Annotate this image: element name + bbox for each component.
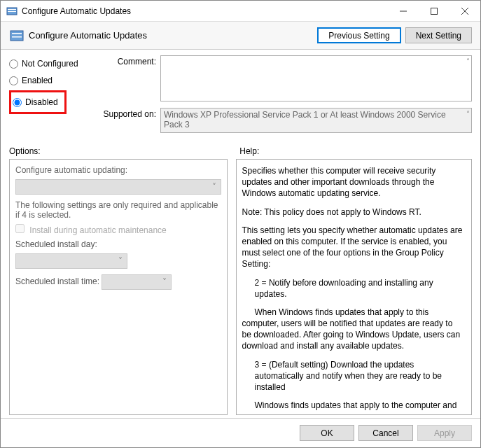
header: Configure Automatic Updates Previous Set…: [1, 22, 480, 50]
options-heading: Configure automatic updating:: [15, 165, 221, 175]
help-paragraph: This setting lets you specify whether au…: [242, 225, 463, 270]
minimize-button[interactable]: [388, 1, 419, 22]
dialog-window: Configure Automatic Updates Configure Au…: [0, 0, 481, 448]
help-paragraph: Windows finds updates that apply to the …: [255, 400, 463, 411]
radio-label: Not Configured: [22, 59, 78, 69]
supported-label: Supported on:: [93, 108, 156, 135]
time-label: Scheduled install time:: [15, 276, 99, 286]
svg-rect-9: [12, 36, 22, 38]
maintenance-checkbox-row: Install during automatic maintenance: [15, 224, 221, 235]
radio-not-configured-input[interactable]: [9, 59, 18, 69]
day-select: ˅: [15, 253, 127, 269]
policy-icon: [9, 28, 25, 43]
radio-disabled[interactable]: Disabled: [13, 94, 60, 111]
svg-rect-1: [8, 9, 16, 10]
footer: OK Cancel Apply: [1, 418, 480, 447]
help-paragraph: When Windows finds updates that apply to…: [242, 307, 461, 351]
help-paragraph: Specifies whether this computer will rec…: [242, 165, 463, 200]
policy-icon: [6, 6, 18, 17]
radio-disabled-input[interactable]: [13, 98, 22, 107]
svg-rect-2: [8, 11, 16, 12]
svg-rect-7: [11, 31, 23, 41]
previous-setting-button[interactable]: Previous Setting: [317, 27, 400, 43]
maintenance-checkbox: [15, 224, 25, 233]
close-button[interactable]: [449, 1, 480, 22]
help-paragraph: Note: This policy does not apply to Wind…: [242, 206, 463, 218]
help-pane[interactable]: Specifies whether this computer will rec…: [236, 159, 472, 415]
radio-label: Enabled: [22, 76, 53, 85]
header-title: Configure Automatic Updates: [29, 30, 313, 41]
apply-button[interactable]: Apply: [417, 425, 472, 441]
svg-rect-8: [12, 33, 22, 34]
scroll-up-icon: ˄: [466, 57, 470, 65]
window-title: Configure Automatic Updates: [22, 6, 388, 16]
update-mode-select: ˅: [15, 179, 221, 195]
cancel-button[interactable]: Cancel: [358, 425, 413, 441]
help-label: Help:: [231, 146, 472, 156]
maintenance-checkbox-label: Install during automatic maintenance: [29, 225, 166, 235]
time-select: ˅: [102, 274, 172, 290]
svg-rect-4: [431, 8, 438, 14]
radio-not-configured[interactable]: Not Configured: [9, 55, 93, 72]
state-radios: Not Configured Enabled Disabled: [9, 55, 93, 139]
radio-label: Disabled: [25, 97, 58, 107]
scroll-up-icon: ˄: [466, 110, 470, 118]
radio-enabled-input[interactable]: [9, 76, 18, 85]
titlebar: Configure Automatic Updates: [1, 1, 480, 22]
highlight-box: Disabled: [9, 90, 67, 114]
next-setting-button[interactable]: Next Setting: [405, 27, 472, 43]
help-paragraph: 2 = Notify before downloading and instal…: [255, 277, 463, 300]
supported-on-text: Windows XP Professional Service Pack 1 o…: [160, 108, 472, 133]
help-text: Specifies whether this computer will rec…: [242, 165, 466, 411]
comment-input[interactable]: [160, 55, 472, 102]
maximize-button[interactable]: [419, 1, 449, 22]
ok-button[interactable]: OK: [300, 425, 354, 441]
help-paragraph: 3 = (Default setting) Download the updat…: [255, 359, 463, 393]
options-note: The following settings are only required…: [15, 200, 221, 220]
comment-label: Comment:: [93, 55, 156, 104]
day-label: Scheduled install day:: [15, 239, 221, 249]
radio-enabled[interactable]: Enabled: [9, 72, 93, 89]
options-pane: Configure automatic updating: ˅ The foll…: [9, 159, 228, 415]
options-label: Options:: [9, 146, 231, 156]
